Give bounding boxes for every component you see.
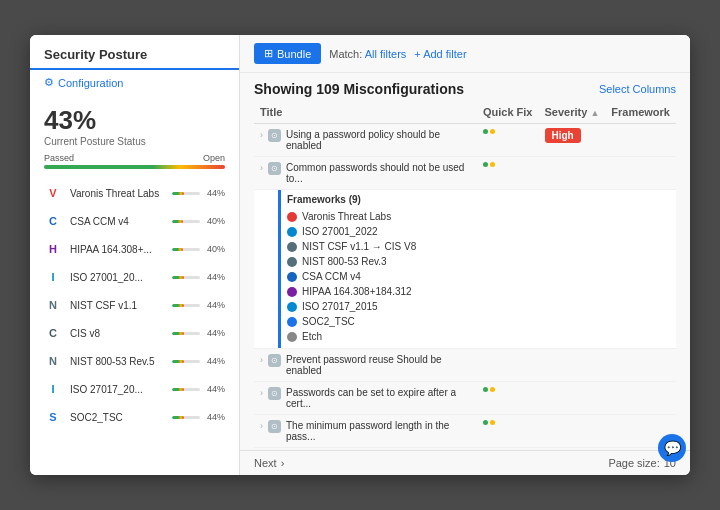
posture-percent: 43% bbox=[44, 105, 225, 136]
framework-name: CSA CCM v4 bbox=[70, 216, 164, 227]
add-filter-button[interactable]: + Add filter bbox=[414, 48, 466, 60]
framework-cell bbox=[605, 157, 676, 190]
framework-icon: H bbox=[44, 240, 62, 258]
framework-name: HIPAA 164.308+... bbox=[70, 244, 164, 255]
framework-icon: I bbox=[44, 380, 62, 398]
severity-cell bbox=[539, 157, 606, 190]
fw-entry-dot bbox=[287, 257, 297, 267]
content-header: Showing 109 Misconfigurations Select Col… bbox=[240, 73, 690, 101]
fw-entry-dot bbox=[287, 242, 297, 252]
row-type-icon: ⊙ bbox=[268, 162, 281, 175]
configuration-link[interactable]: ⚙ Configuration bbox=[30, 70, 239, 95]
row-type-icon: ⊙ bbox=[268, 387, 281, 400]
sidebar-framework-item[interactable]: NNIST CSF v1.144% bbox=[30, 291, 239, 319]
select-columns-button[interactable]: Select Columns bbox=[599, 83, 676, 95]
framework-cell bbox=[605, 124, 676, 157]
posture-bar-fill bbox=[44, 165, 225, 169]
sidebar-framework-item[interactable]: VVaronis Threat Labs44% bbox=[30, 179, 239, 207]
severity-cell bbox=[539, 349, 606, 382]
col-quickfix: Quick Fix bbox=[477, 101, 539, 124]
row-chevron-icon[interactable]: › bbox=[260, 421, 263, 431]
framework-icon: S bbox=[44, 408, 62, 426]
framework-icon: C bbox=[44, 212, 62, 230]
content-title: Showing 109 Misconfigurations bbox=[254, 81, 464, 97]
fw-entry: NIST 800-53 Rev.3 bbox=[287, 254, 670, 269]
severity-cell bbox=[539, 415, 606, 448]
row-title-text: The minimum password length in the pass.… bbox=[286, 420, 471, 442]
table-container: Title Quick Fix Severity ▲ Framework ›⊙U… bbox=[240, 101, 690, 450]
fw-entry-dot bbox=[287, 332, 297, 342]
row-title-text: Prevent password reuse Should be enabled bbox=[286, 354, 471, 376]
framework-icon: C bbox=[44, 324, 62, 342]
sidebar-framework-item[interactable]: IISO 27017_20...44% bbox=[30, 375, 239, 403]
fw-entry-dot bbox=[287, 302, 297, 312]
framework-icon: V bbox=[44, 184, 62, 202]
quickfix-cell bbox=[477, 349, 539, 382]
fw-entry-name: Varonis Threat Labs bbox=[302, 211, 391, 222]
severity-badge: High bbox=[545, 128, 581, 143]
row-type-icon: ⊙ bbox=[268, 129, 281, 142]
bundle-button[interactable]: ⊞ Bundle bbox=[254, 43, 321, 64]
open-label: Open bbox=[203, 153, 225, 163]
sidebar-framework-item[interactable]: IISO 27001_20...44% bbox=[30, 263, 239, 291]
table-row[interactable]: ›⊙Using a password policy should be enab… bbox=[254, 124, 676, 157]
sidebar: Security Posture ⚙ Configuration 43% Cur… bbox=[30, 35, 240, 475]
expanded-framework-row: Frameworks (9)Varonis Threat LabsISO 270… bbox=[254, 190, 676, 349]
sidebar-title: Security Posture bbox=[44, 47, 225, 62]
severity-cell bbox=[539, 382, 606, 415]
fw-entry: HIPAA 164.308+184.312 bbox=[287, 284, 670, 299]
row-type-icon: ⊙ bbox=[268, 354, 281, 367]
row-type-icon: ⊙ bbox=[268, 420, 281, 433]
fw-entry-dot bbox=[287, 212, 297, 222]
table-row[interactable]: ›⊙The minimum password length in the pas… bbox=[254, 415, 676, 448]
posture-section: 43% Current Posture Status Passed Open bbox=[30, 95, 239, 179]
top-bar: ⊞ Bundle Match: All filters + Add filter bbox=[240, 35, 690, 73]
row-chevron-icon[interactable]: › bbox=[260, 130, 263, 140]
next-arrow[interactable]: › bbox=[281, 457, 285, 469]
row-title-text: Passwords can be set to expire after a c… bbox=[286, 387, 471, 409]
bottom-bar: Next › Page size: 10 bbox=[240, 450, 690, 475]
quickfix-cell bbox=[477, 382, 539, 415]
table-row[interactable]: ›⊙Passwords can be set to expire after a… bbox=[254, 382, 676, 415]
table-row[interactable]: ›⊙Prevent password reuse Should be enabl… bbox=[254, 349, 676, 382]
framework-name: ISO 27001_20... bbox=[70, 272, 164, 283]
frameworks-group-title: Frameworks (9) bbox=[287, 194, 670, 205]
row-chevron-icon[interactable]: › bbox=[260, 355, 263, 365]
fw-entry-name: NIST CSF v1.1 → CIS V8 bbox=[302, 241, 416, 252]
fw-entry-name: Etch bbox=[302, 331, 322, 342]
main-window: Security Posture ⚙ Configuration 43% Cur… bbox=[30, 35, 690, 475]
sidebar-framework-item[interactable]: NNIST 800-53 Rev.544% bbox=[30, 347, 239, 375]
fw-entry: CSA CCM v4 bbox=[287, 269, 670, 284]
framework-name: CIS v8 bbox=[70, 328, 164, 339]
sidebar-framework-item[interactable]: CCIS v844% bbox=[30, 319, 239, 347]
framework-name: NIST 800-53 Rev.5 bbox=[70, 356, 164, 367]
row-title-text: Using a password policy should be enable… bbox=[286, 129, 471, 151]
col-framework: Framework bbox=[605, 101, 676, 124]
next-label[interactable]: Next bbox=[254, 457, 277, 469]
chat-fab[interactable]: 💬 bbox=[658, 434, 686, 462]
fw-entry-name: NIST 800-53 Rev.3 bbox=[302, 256, 387, 267]
sidebar-framework-item[interactable]: CCSA CCM v440% bbox=[30, 207, 239, 235]
col-title: Title bbox=[254, 101, 477, 124]
row-chevron-icon[interactable]: › bbox=[260, 388, 263, 398]
row-chevron-icon[interactable]: › bbox=[260, 163, 263, 173]
fw-entry-dot bbox=[287, 272, 297, 282]
sidebar-framework-item[interactable]: HHIPAA 164.308+...40% bbox=[30, 235, 239, 263]
quickfix-cell bbox=[477, 415, 539, 448]
table-row[interactable]: ›⊙Common passwords should not be used to… bbox=[254, 157, 676, 190]
framework-name: ISO 27017_20... bbox=[70, 384, 164, 395]
pagination: Next › bbox=[254, 457, 284, 469]
severity-cell: High bbox=[539, 124, 606, 157]
framework-name: SOC2_TSC bbox=[70, 412, 164, 423]
sidebar-framework-item[interactable]: SSOC2_TSC44% bbox=[30, 403, 239, 431]
col-severity: Severity ▲ bbox=[539, 101, 606, 124]
misconfigurations-table: Title Quick Fix Severity ▲ Framework ›⊙U… bbox=[254, 101, 676, 450]
fw-entry: Etch bbox=[287, 329, 670, 344]
sidebar-header: Security Posture bbox=[30, 35, 239, 70]
bundle-icon: ⊞ bbox=[264, 47, 273, 60]
fw-entry-name: CSA CCM v4 bbox=[302, 271, 361, 282]
fw-entry-name: ISO 27017_2015 bbox=[302, 301, 378, 312]
framework-name: Varonis Threat Labs bbox=[70, 188, 164, 199]
quickfix-cell bbox=[477, 157, 539, 190]
fw-entry: ISO 27017_2015 bbox=[287, 299, 670, 314]
